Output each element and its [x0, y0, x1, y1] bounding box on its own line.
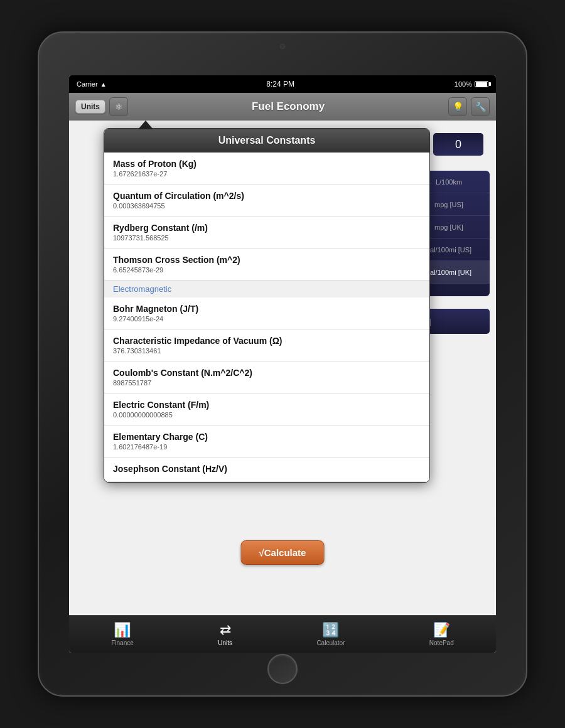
calculate-button[interactable]: √Calculate [241, 540, 325, 565]
settings-icon: 🔧 [475, 102, 486, 112]
modal-body[interactable]: Mass of Proton (Kg) 1.672621637e-27 Quan… [104, 153, 429, 482]
constant-value: 0.00000000000885 [113, 411, 421, 419]
constants-modal[interactable]: Universal Constants Mass of Proton (Kg) … [104, 128, 430, 483]
constant-name: Coulomb's Constant (N.m^2/C^2) [113, 368, 421, 378]
tab-notepad[interactable]: 📝 NotePad [417, 619, 466, 649]
constant-name: Elementary Charge (C) [113, 432, 421, 442]
constant-name: Characteristic Impedance of Vacuum (Ω) [113, 336, 421, 346]
camera [280, 44, 285, 49]
constant-value: 376.730313461 [113, 347, 421, 355]
constant-item-thomson[interactable]: Thomson Cross Section (m^2) 6.65245873e-… [104, 249, 429, 281]
help-icon: 💡 [453, 102, 463, 112]
modal-header: Universal Constants [104, 129, 429, 153]
science-icon: ⚛ [115, 102, 123, 112]
nav-left: Units ⚛ [75, 97, 128, 116]
settings-button[interactable]: 🔧 [471, 97, 490, 116]
battery-icon [475, 81, 488, 87]
constant-name: Thomson Cross Section (m^2) [113, 255, 421, 265]
constant-item-quantum-circulation[interactable]: Quantum of Circulation (m^2/s) 0.0003636… [104, 185, 429, 217]
home-button[interactable] [267, 654, 298, 684]
constant-name: Bohr Magneton (J/T) [113, 304, 421, 314]
tab-finance[interactable]: 📊 Finance [99, 619, 146, 649]
constant-value: 0.000363694755 [113, 202, 421, 210]
nav-title: Fuel Economy [128, 100, 448, 113]
constant-value: 8987551787 [113, 379, 421, 387]
main-content: 0 L/100km mpg [US] mpg [UK] gal/100mi [U… [69, 120, 496, 615]
tab-calculator-label: Calculator [316, 640, 345, 646]
nav-bar: Units ⚛ Fuel Economy 💡 🔧 [69, 93, 496, 120]
input-value: 0 [455, 138, 461, 151]
tab-units-label: Units [218, 640, 232, 646]
constant-value: 1.672621637e-27 [113, 170, 421, 178]
section-header-electromagnetic: Electromagnetic [104, 281, 429, 297]
tab-calculator[interactable]: 🔢 Calculator [304, 619, 357, 649]
constant-name: Rydberg Constant (/m) [113, 223, 421, 233]
constant-value: 6.65245873e-29 [113, 266, 421, 274]
modal-title: Universal Constants [218, 135, 316, 146]
constant-value: 9.27400915e-24 [113, 315, 421, 323]
constant-name: Quantum of Circulation (m^2/s) [113, 191, 421, 201]
science-button[interactable]: ⚛ [109, 97, 128, 116]
battery-percent: 100% [455, 80, 472, 88]
status-bar: Carrier ▲ 8:24 PM 100% [69, 75, 496, 93]
tab-finance-label: Finance [111, 640, 134, 646]
nav-right: 💡 🔧 [448, 97, 490, 116]
finance-icon: 📊 [114, 622, 131, 638]
help-button[interactable]: 💡 [448, 97, 467, 116]
wifi-icon: ▲ [100, 81, 107, 88]
constant-name: Mass of Proton (Kg) [113, 159, 421, 169]
time-label: 8:24 PM [266, 80, 294, 88]
tab-bar: 📊 Finance ⇄ Units 🔢 Calculator 📝 NotePad [69, 615, 496, 653]
constant-item-rydberg[interactable]: Rydberg Constant (/m) 10973731.568525 [104, 217, 429, 249]
constant-value: 10973731.568525 [113, 234, 421, 242]
carrier-label: Carrier [77, 80, 98, 88]
constant-item-bohr-magneton[interactable]: Bohr Magneton (J/T) 9.27400915e-24 [104, 297, 429, 329]
constant-item-josephson[interactable]: Josephson Constant (Hz/V) [104, 458, 429, 482]
constant-name: Electric Constant (F/m) [113, 400, 421, 410]
units-button[interactable]: Units [75, 100, 105, 114]
constant-item-coulomb[interactable]: Coulomb's Constant (N.m^2/C^2) 898755178… [104, 361, 429, 393]
screen: Carrier ▲ 8:24 PM 100% Units ⚛ Fuel Econ [69, 75, 496, 653]
constant-item-impedance-vacuum[interactable]: Characteristic Impedance of Vacuum (Ω) 3… [104, 329, 429, 361]
constant-value: 1.602176487e-19 [113, 443, 421, 451]
tab-units[interactable]: ⇄ Units [205, 619, 245, 649]
constant-item-elementary-charge[interactable]: Elementary Charge (C) 1.602176487e-19 [104, 426, 429, 458]
tab-notepad-label: NotePad [429, 640, 454, 646]
input-display: 0 [433, 133, 483, 156]
units-icon: ⇄ [220, 622, 231, 638]
notepad-icon: 📝 [433, 622, 450, 638]
constant-name: Josephson Constant (Hz/V) [113, 464, 421, 474]
constant-item-mass-proton[interactable]: Mass of Proton (Kg) 1.672621637e-27 [104, 153, 429, 185]
dropdown-arrow [138, 120, 153, 129]
tablet-device: Carrier ▲ 8:24 PM 100% Units ⚛ Fuel Econ [38, 31, 527, 697]
calculator-icon: 🔢 [322, 622, 339, 638]
constant-item-electric-constant[interactable]: Electric Constant (F/m) 0.00000000000885 [104, 393, 429, 426]
